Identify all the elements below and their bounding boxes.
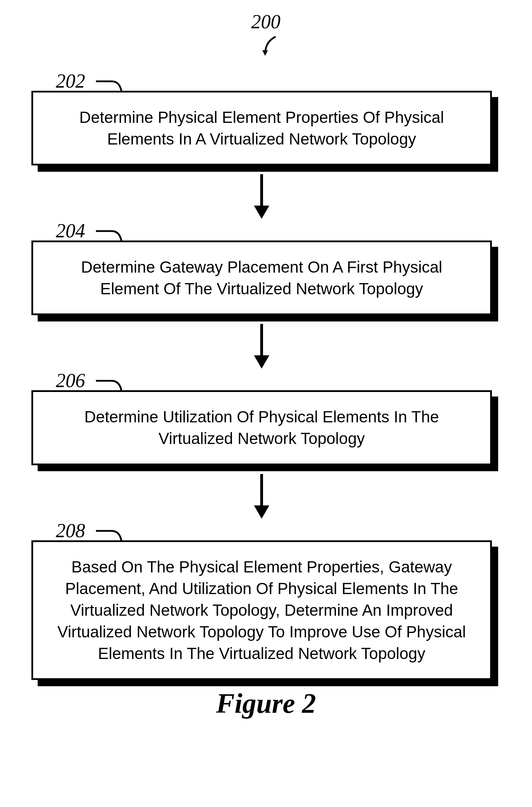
reference-leader-icon — [262, 35, 286, 59]
flow-box-text: Determine Gateway Placement On A First P… — [81, 258, 442, 298]
step-reference-number: 204 — [56, 220, 85, 242]
step-reference-number: 208 — [56, 519, 85, 542]
flowchart: 202 Determine Physical Element Propertie… — [31, 70, 492, 680]
flow-box-text: Based On The Physical Element Properties… — [58, 558, 466, 662]
flow-step: 202 Determine Physical Element Propertie… — [31, 91, 492, 165]
flow-step: 208 Based On The Physical Element Proper… — [31, 540, 492, 680]
flow-box-container: Determine Gateway Placement On A First P… — [31, 240, 492, 315]
flow-box-container: Based On The Physical Element Properties… — [31, 540, 492, 680]
flow-box: Determine Utilization Of Physical Elemen… — [31, 390, 492, 465]
arrow-down-icon — [251, 174, 272, 220]
step-reference-number: 202 — [56, 70, 85, 92]
flow-box-container: Determine Physical Element Properties Of… — [31, 91, 492, 165]
arrow-down-icon — [251, 324, 272, 369]
page: 200 202 Determine Physical Element Prope… — [0, 0, 532, 807]
diagram-reference-number: 200 — [251, 10, 280, 33]
svg-marker-6 — [254, 505, 269, 519]
step-reference-number: 206 — [56, 369, 85, 392]
flow-box-text: Determine Physical Element Properties Of… — [79, 108, 444, 148]
svg-marker-2 — [254, 206, 269, 219]
figure-caption: Figure 2 — [0, 688, 532, 719]
svg-marker-4 — [254, 355, 269, 369]
svg-marker-0 — [262, 50, 268, 56]
flow-box-text: Determine Utilization Of Physical Elemen… — [84, 408, 439, 447]
flow-box: Determine Gateway Placement On A First P… — [31, 240, 492, 315]
arrow-down-icon — [251, 474, 272, 519]
flow-box: Based On The Physical Element Properties… — [31, 540, 492, 680]
flow-box-container: Determine Utilization Of Physical Elemen… — [31, 390, 492, 465]
flow-step: 204 Determine Gateway Placement On A Fir… — [31, 240, 492, 315]
flow-step: 206 Determine Utilization Of Physical El… — [31, 390, 492, 465]
flow-box: Determine Physical Element Properties Of… — [31, 91, 492, 165]
